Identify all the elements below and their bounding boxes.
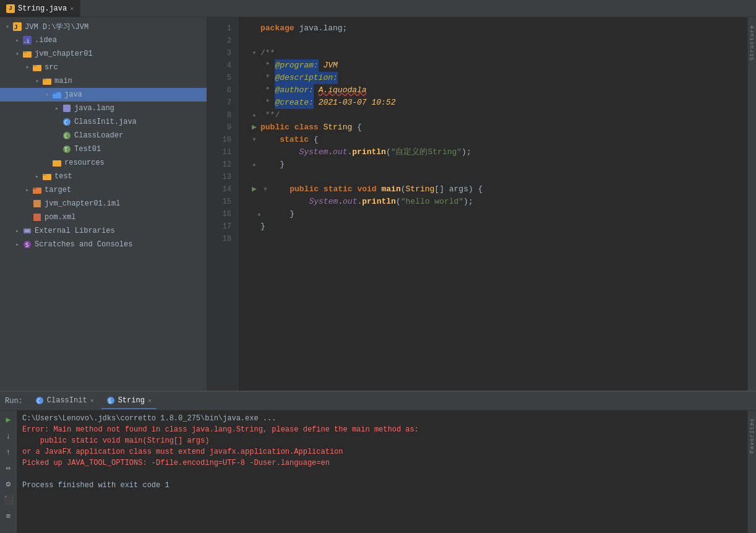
idea-icon: .i <box>22 35 32 45</box>
tab-bar: J String.java ✕ <box>0 0 756 17</box>
tree-item-classloader[interactable]: C ClassLoader <box>0 129 207 142</box>
tree-arrow-java: ▾ <box>42 91 52 98</box>
string-tab-close[interactable]: ✕ <box>148 397 152 404</box>
scroll-down-button[interactable]: ↓ <box>2 429 15 443</box>
code-line-10: ▾ static { <box>238 134 747 146</box>
run-label: Run: <box>5 397 23 405</box>
tree-label-test01: Test01 <box>74 145 101 154</box>
code-content[interactable]: package java.lang; ▾ /** * @program: JVM <box>238 17 747 391</box>
camera-button[interactable]: ⬛ <box>2 493 15 507</box>
tree-label-iml: jvm_chapter01.iml <box>45 199 120 208</box>
gutter-9[interactable]: ▶ <box>248 121 260 134</box>
string-tab-label: String <box>118 396 145 405</box>
external-libs-icon <box>22 226 32 236</box>
code-line-16: ▴ } <box>238 208 747 220</box>
tree-arrow-scratches: ▸ <box>12 241 22 248</box>
tree-arrow-java-lang: ▸ <box>52 105 62 112</box>
project-tree: ▾ J JVM D:\学习\JVM ▸ .i .idea ▾ <box>0 17 207 254</box>
scratches-icon: S <box>22 240 32 249</box>
bottom-content: ▶ ↓ ↑ ⇔ ⚙ ⬛ ≡ C:\Users\Lenovo\.jdks\corr… <box>0 410 756 533</box>
svg-rect-12 <box>63 105 71 112</box>
tree-arrow-src: ▾ <box>22 64 32 71</box>
console-line-error-2: public static void main(String[] args) <box>22 435 742 446</box>
tree-item-classinit[interactable]: C ClassInit.java <box>0 115 207 129</box>
java-classinit-icon: C <box>62 117 72 127</box>
tree-item-idea[interactable]: ▸ .i .idea <box>0 33 207 47</box>
svg-rect-27 <box>25 230 30 232</box>
bottom-toolbar: ▶ ↓ ↑ ⇔ ⚙ ⬛ ≡ <box>0 410 17 533</box>
package-java-lang-icon <box>62 103 72 113</box>
code-line-3: ▾ /** <box>238 47 747 59</box>
code-line-7: * @create: 2021-03-07 10:52 <box>238 97 747 109</box>
tree-label-scratches: Scratches and Consoles <box>35 240 132 249</box>
bottom-tab-string[interactable]: S String ✕ <box>101 393 157 409</box>
folder-resources-icon <box>52 158 62 168</box>
svg-text:S: S <box>25 242 28 248</box>
gutter-12: ▴ <box>248 158 260 171</box>
gutter-14[interactable]: ▶ <box>248 183 260 196</box>
svg-rect-9 <box>43 79 46 80</box>
folder-java-icon <box>52 90 62 100</box>
iml-icon <box>32 199 42 209</box>
tab-label: String.java <box>18 4 67 13</box>
run-button[interactable]: ▶ <box>2 413 15 427</box>
code-line-13 <box>238 171 747 183</box>
tree-item-target[interactable]: ▸ target <box>0 183 207 197</box>
tree-item-test01[interactable]: T Test01 <box>0 142 207 156</box>
scroll-up-button[interactable]: ↑ <box>2 445 15 459</box>
tree-label-java: java <box>64 90 82 99</box>
tree-arrow-jvm: ▾ <box>2 23 12 30</box>
structure-label: Structure <box>749 25 755 61</box>
wrap-button[interactable]: ⇔ <box>2 461 15 475</box>
code-editor[interactable]: 1 2 3 4 5 6 7 8 9 10 11 12 13 14 15 16 1… <box>207 17 747 391</box>
gutter-8: ▴ <box>248 109 260 121</box>
tree-item-external-libs[interactable]: ▸ External Libraries <box>0 224 207 238</box>
code-line-15: System.out.println("hello world"); <box>238 196 747 208</box>
pom-icon <box>32 212 42 222</box>
tree-item-pom[interactable]: pom.xml <box>0 210 207 224</box>
structure-panel: Structure <box>747 17 756 391</box>
console-output[interactable]: C:\Users\Lenovo\.jdks\corretto 1.8.0_275… <box>17 410 747 533</box>
tab-string-java[interactable]: J String.java ✕ <box>0 0 80 17</box>
tree-label-test: test <box>54 172 72 181</box>
tree-item-java[interactable]: ▾ java <box>0 88 207 102</box>
code-area: 1 2 3 4 5 6 7 8 9 10 11 12 13 14 15 16 1… <box>207 17 747 391</box>
svg-text:S: S <box>108 399 111 404</box>
gutter-14b: ▾ <box>260 183 270 196</box>
classinit-tab-label: ClassInit <box>47 396 87 405</box>
code-line-1: package java.lang; <box>238 22 747 35</box>
tree-label-external: External Libraries <box>35 227 115 235</box>
tree-item-src[interactable]: ▾ src <box>0 61 207 74</box>
tree-item-resources[interactable]: resources <box>0 156 207 170</box>
tree-item-scratches[interactable]: ▸ S Scratches and Consoles <box>0 238 207 251</box>
tree-item-test[interactable]: ▸ test <box>0 170 207 183</box>
tree-arrow-chapter01: ▾ <box>12 50 22 58</box>
svg-rect-25 <box>33 214 41 221</box>
tree-item-jvm-chapter01[interactable]: ▾ jvm_chapter01 <box>0 47 207 61</box>
svg-text:C: C <box>37 399 40 404</box>
jvm-icon: J <box>12 22 22 32</box>
tree-item-java-lang[interactable]: ▸ java.lang <box>0 102 207 115</box>
code-line-5: * @description: <box>238 72 747 84</box>
tab-close-button[interactable]: ✕ <box>70 5 74 12</box>
settings-button[interactable]: ⚙ <box>2 477 15 491</box>
folder-src-icon <box>32 63 42 72</box>
tree-item-iml[interactable]: jvm_chapter01.iml <box>0 197 207 210</box>
svg-rect-21 <box>43 174 46 176</box>
console-line-error-4: Picked up JAVA_TOOL_OPTIONS: -Dfile.enco… <box>22 457 742 469</box>
code-line-8: ▴ **/ <box>238 109 747 121</box>
tree-item-jvm-root[interactable]: ▾ J JVM D:\学习\JVM <box>0 20 207 33</box>
gutter-16: ▴ <box>248 208 270 220</box>
tree-label-classinit: ClassInit.java <box>74 118 137 126</box>
code-line-17: } <box>238 220 747 233</box>
code-line-12: ▴ } <box>238 158 747 171</box>
bottom-tab-bar: Run: C ClassInit ✕ S String ✕ <box>0 392 756 410</box>
code-line-4: * @program: JVM <box>238 59 747 72</box>
classinit-tab-close[interactable]: ✕ <box>90 397 94 404</box>
tree-item-main[interactable]: ▾ main <box>0 74 207 88</box>
bottom-tab-classinit[interactable]: C ClassInit ✕ <box>30 393 99 409</box>
code-line-18 <box>238 233 747 245</box>
tree-label-src: src <box>45 63 58 72</box>
print-button[interactable]: ≡ <box>2 509 15 523</box>
main-area: ▾ J JVM D:\学习\JVM ▸ .i .idea ▾ <box>0 17 756 391</box>
